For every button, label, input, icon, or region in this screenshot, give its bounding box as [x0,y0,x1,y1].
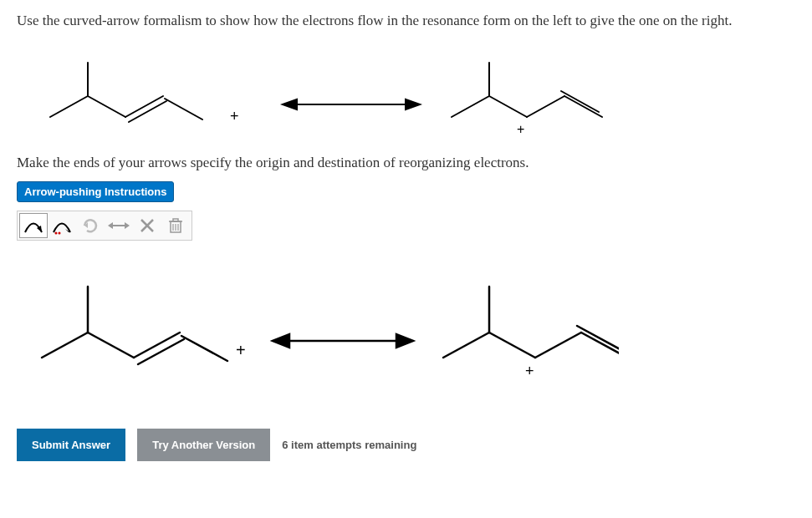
svg-text:+: + [236,341,246,359]
svg-line-44 [489,333,535,358]
svg-line-45 [535,333,581,358]
svg-line-4 [165,99,202,119]
svg-marker-23 [108,222,113,229]
question-line-1: Use the curved-arrow formalism to show h… [17,13,795,29]
svg-line-1 [88,96,125,117]
svg-line-0 [50,96,88,117]
trash-tool[interactable] [161,213,190,238]
svg-line-43 [443,333,489,358]
svg-point-20 [59,232,61,235]
svg-text:+: + [230,108,239,124]
resonance-arrow-tool[interactable] [105,213,133,238]
attempts-remaining: 6 item attempts remaining [282,439,416,451]
svg-line-14 [561,91,599,112]
footer: Submit Answer Try Another Version 6 item… [17,429,795,461]
svg-marker-24 [125,222,130,229]
rotate-tool[interactable] [76,213,105,238]
full-arrow-tool[interactable] [19,213,48,238]
svg-line-11 [489,96,527,117]
reference-diagram: + + [17,38,795,142]
delete-tool[interactable] [133,213,161,238]
svg-marker-9 [406,99,420,109]
svg-line-12 [527,96,564,117]
drawing-canvas[interactable]: + + [17,266,795,395]
svg-line-37 [181,336,227,361]
svg-line-34 [88,333,134,358]
svg-marker-41 [273,334,289,348]
svg-text:+: + [525,363,534,379]
svg-line-33 [42,333,88,358]
svg-marker-42 [396,334,413,348]
svg-text:+: + [517,122,524,136]
question-line-2: Make the ends of your arrows specify the… [17,155,795,171]
svg-line-47 [577,326,619,351]
try-another-button[interactable]: Try Another Version [137,429,270,461]
submit-button[interactable]: Submit Answer [17,429,125,461]
svg-line-13 [564,96,602,117]
half-arrow-tool[interactable] [48,213,76,238]
svg-rect-29 [173,219,178,221]
svg-marker-8 [283,99,297,109]
arrow-pushing-instructions-button[interactable]: Arrow-pushing Instructions [17,181,174,202]
drawing-toolbar [17,211,192,241]
svg-point-19 [55,232,58,235]
svg-line-10 [452,96,489,117]
